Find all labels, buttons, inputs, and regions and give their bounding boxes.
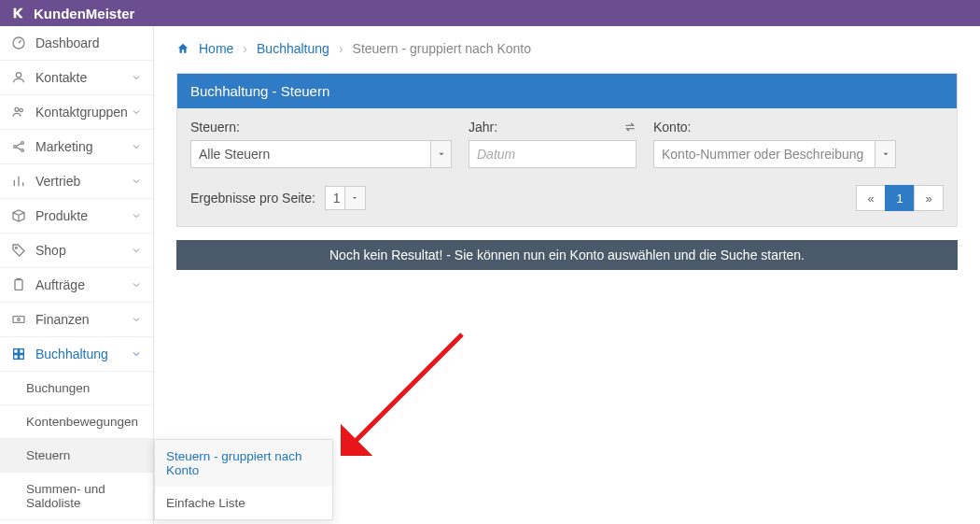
steuern-label: Steuern: xyxy=(190,120,452,135)
caret-down-icon xyxy=(430,141,451,167)
bars-icon xyxy=(11,174,26,189)
sidebar-item-dashboard[interactable]: Dashboard xyxy=(0,26,153,61)
svg-rect-11 xyxy=(14,349,19,354)
pager-page-1[interactable]: 1 xyxy=(885,185,915,211)
steuern-select[interactable]: Alle Steuern xyxy=(190,140,452,168)
sidebar-item-vertrieb[interactable]: Vertrieb xyxy=(0,164,153,199)
breadcrumb-separator: › xyxy=(243,41,247,56)
money-icon xyxy=(11,312,26,327)
sub-item-kontenbewegungen[interactable]: Kontenbewegungen xyxy=(0,405,153,439)
pager-next[interactable]: » xyxy=(914,185,944,211)
breadcrumb-separator: › xyxy=(339,41,343,56)
chevron-down-icon xyxy=(131,314,142,325)
chevron-down-icon xyxy=(131,106,142,118)
sidebar-item-kontaktgruppen[interactable]: Kontaktgruppen xyxy=(0,95,153,130)
svg-point-4 xyxy=(14,146,17,149)
svg-line-15 xyxy=(350,334,462,446)
svg-rect-8 xyxy=(15,280,22,290)
clipboard-icon xyxy=(11,277,26,292)
breadcrumb-buchhaltung[interactable]: Buchhaltung xyxy=(257,41,329,56)
svg-point-6 xyxy=(21,149,24,152)
filter-panel: Buchhaltung - Steuern Steuern: Alle Steu… xyxy=(176,73,958,227)
svg-point-2 xyxy=(15,107,19,111)
svg-point-1 xyxy=(16,73,21,78)
jahr-label: Jahr: xyxy=(469,120,497,135)
pager-prev[interactable]: « xyxy=(856,185,886,211)
sub-item-summen-saldoliste[interactable]: Summen- und Saldoliste xyxy=(0,473,153,520)
chevron-down-icon xyxy=(131,141,142,152)
sidebar: Dashboard Kontakte Kontaktgruppen Market… xyxy=(0,26,154,524)
home-icon xyxy=(176,42,189,55)
swap-icon[interactable] xyxy=(623,120,637,134)
brand-logo-icon xyxy=(11,6,26,21)
konto-label: Konto: xyxy=(653,120,896,135)
jahr-input-wrap xyxy=(469,140,637,168)
sidebar-item-produkte[interactable]: Produkte xyxy=(0,199,153,234)
svg-point-10 xyxy=(18,319,21,321)
konto-combo[interactable]: Konto-Nummer oder Beschreibung xyxy=(653,140,896,168)
breadcrumb-home[interactable]: Home xyxy=(199,41,233,56)
results-per-page-select[interactable]: 1 xyxy=(325,186,366,210)
gauge-icon xyxy=(11,35,26,50)
svg-rect-9 xyxy=(13,317,24,323)
buchhaltung-submenu: Buchungen Kontenbewegungen Steuern Steue… xyxy=(0,372,153,520)
svg-point-3 xyxy=(20,108,22,111)
flyout-item-einfache-liste[interactable]: Einfache Liste xyxy=(155,487,332,519)
sidebar-item-auftraege[interactable]: Aufträge xyxy=(0,268,153,303)
tag-icon xyxy=(11,243,26,258)
sidebar-item-buchhaltung[interactable]: Buchhaltung xyxy=(0,337,153,372)
sidebar-item-marketing[interactable]: Marketing xyxy=(0,130,153,164)
sub-item-steuern[interactable]: Steuern Steuern - gruppiert nach Konto E… xyxy=(0,439,153,473)
panel-title: Buchhaltung - Steuern xyxy=(177,74,957,108)
status-message: Noch kein Resultat! - Sie können nun ein… xyxy=(176,240,958,270)
svg-point-7 xyxy=(15,247,17,248)
user-icon xyxy=(11,70,26,85)
sidebar-item-kontakte[interactable]: Kontakte xyxy=(0,61,153,95)
chevron-down-icon xyxy=(131,245,142,256)
brand-name: KundenMeister xyxy=(34,6,134,21)
grid-icon xyxy=(11,347,26,361)
pager: « 1 » xyxy=(857,185,944,211)
chevron-down-icon xyxy=(131,176,142,187)
svg-rect-13 xyxy=(14,355,19,360)
users-icon xyxy=(11,105,26,120)
topbar: KundenMeister xyxy=(0,0,980,26)
svg-rect-12 xyxy=(20,349,24,354)
svg-point-5 xyxy=(21,142,24,145)
chevron-down-icon xyxy=(131,279,142,290)
breadcrumb-current: Steuern - gruppiert nach Konto xyxy=(353,41,531,56)
jahr-input[interactable] xyxy=(477,147,628,162)
sidebar-item-shop[interactable]: Shop xyxy=(0,234,153,268)
caret-down-icon xyxy=(344,187,365,209)
chevron-down-icon xyxy=(131,72,142,83)
sidebar-item-finanzen[interactable]: Finanzen xyxy=(0,303,153,337)
sub-item-buchungen[interactable]: Buchungen xyxy=(0,372,153,405)
results-per-page-label: Ergebnisse pro Seite: xyxy=(190,191,315,205)
flyout-item-gruppiert-konto[interactable]: Steuern - gruppiert nach Konto xyxy=(155,440,332,487)
box-icon xyxy=(11,208,26,223)
share-icon xyxy=(11,139,26,154)
caret-down-icon xyxy=(875,141,895,167)
chevron-down-icon xyxy=(131,210,142,221)
steuern-flyout: Steuern - gruppiert nach Konto Einfache … xyxy=(154,439,333,520)
svg-rect-14 xyxy=(20,355,24,360)
breadcrumb: Home › Buchhaltung › Steuern - gruppiert… xyxy=(176,41,958,56)
chevron-down-icon xyxy=(131,348,142,360)
